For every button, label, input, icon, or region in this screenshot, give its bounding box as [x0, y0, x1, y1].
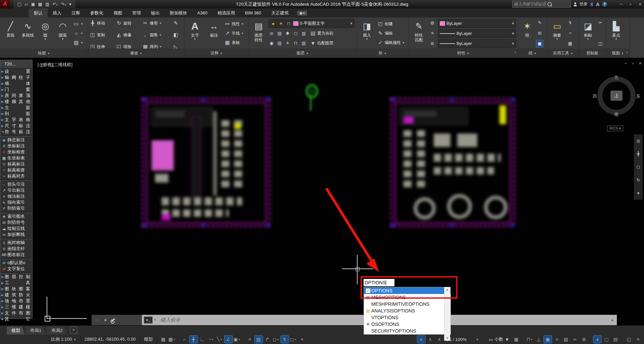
- cmd-close-button[interactable]: ×: [104, 317, 107, 323]
- palette-item-图层控制[interactable]: ▶图层控制: [0, 274, 32, 280]
- chevron-right-icon[interactable]: ▶: [1, 275, 5, 279]
- quick-select-icon[interactable]: ↯: [567, 19, 574, 26]
- autosnap-icon[interactable]: ∠: [224, 336, 232, 343]
- lineweight-list-icon[interactable]: ≡: [429, 30, 436, 37]
- base-point-button[interactable]: ▙基点▼: [608, 18, 625, 48]
- quick-calc-icon[interactable]: ▦: [567, 40, 574, 47]
- compass-south[interactable]: 南: [614, 111, 619, 117]
- palette-item-尺寸标注[interactable]: ▶尺寸标注: [0, 123, 32, 129]
- tab-默认[interactable]: 默认: [29, 8, 48, 17]
- transparency-display-icon[interactable]: ▨: [562, 336, 570, 343]
- palette-item-场地布置[interactable]: ▶场地布置: [0, 298, 32, 304]
- palette-item-箭头引注[interactable]: ←箭头引注: [0, 181, 32, 187]
- annotate-表格-button[interactable]: ▦表格: [224, 38, 244, 47]
- minimize-button[interactable]: −: [620, 2, 623, 7]
- annotation-visibility-icon[interactable]: ◬: [535, 336, 543, 343]
- chevron-right-icon[interactable]: ▶: [1, 76, 5, 79]
- ortho-icon[interactable]: ∟: [198, 336, 206, 343]
- layer-tool-icon-0-4[interactable]: ⊘: [268, 31, 275, 36]
- help-icon[interactable]: ?: [602, 2, 607, 7]
- scale-control[interactable]: 比例 1:100▼: [47, 335, 80, 344]
- linetype-combo[interactable]: ByLayer▼: [438, 39, 516, 48]
- palette-item-o默认层o[interactable]: ⊘o默认层o: [0, 260, 32, 266]
- suggestion-OPTIONS[interactable]: ✓OPTIONS: [364, 287, 450, 294]
- transparency-icon[interactable]: ≡: [246, 336, 254, 343]
- layer-color-swatch[interactable]: [293, 21, 299, 26]
- suggestion-SECURITYOPTIONS[interactable]: SECURITYOPTIONS: [364, 328, 450, 334]
- block-编辑-button[interactable]: ✎编辑: [377, 29, 405, 38]
- drawing-canvas[interactable]: [-][俯视][二维线框] − ▫ ×: [0, 58, 644, 344]
- command-line-bar[interactable]: ∷∷ × ▸_ ▼ 键入命令 ▸: [92, 315, 617, 325]
- panel-footer-view[interactable]: 视图▼↘: [606, 49, 630, 58]
- palette-item-立面[interactable]: ▶立面: [0, 105, 32, 111]
- palette-item-其它[interactable]: ▶其它: [0, 316, 32, 322]
- palette-item-剖切符号[interactable]: ⊟剖切符号: [0, 219, 32, 226]
- palette-item-剖切索引[interactable]: ↱剖切索引: [0, 205, 32, 211]
- palette-item-工具[interactable]: ▶工具: [0, 280, 32, 286]
- pan-icon[interactable]: ╋: [637, 151, 640, 156]
- match-properties-button[interactable]: ✎特性匹配: [411, 18, 427, 48]
- graphics-performance-icon[interactable]: ◕: [593, 336, 601, 343]
- draw-直线-button[interactable]: ╱直线: [2, 18, 19, 48]
- gizmo-icon[interactable]: ≣: [580, 336, 588, 343]
- tab-输出[interactable]: 输出: [146, 8, 165, 17]
- chevron-right-icon[interactable]: ▶: [1, 299, 5, 303]
- isolate-objects-icon[interactable]: ⊓▼: [526, 336, 534, 343]
- layer-select-combo[interactable]: ● ☀ ⊓ 0-平面图文字 ▼: [268, 19, 355, 28]
- layer-tool-icon-1-1[interactable]: ⊓: [292, 41, 299, 46]
- open-file-icon[interactable]: ▱: [24, 2, 28, 7]
- navigation-bar[interactable]: ◎ ╋ ◻ ↻ ▾: [634, 134, 643, 200]
- layer-on-icon[interactable]: ●: [270, 21, 276, 26]
- dynamic-ucs-icon[interactable]: ↯: [281, 336, 289, 343]
- chevron-right-icon[interactable]: ▶: [1, 317, 5, 321]
- chevron-right-icon[interactable]: ▶: [1, 281, 5, 285]
- monitor-check-icon[interactable]: ▢: [602, 336, 610, 343]
- customize-icon[interactable]: ≡: [634, 336, 642, 343]
- draw-圆弧-button[interactable]: ◠圆弧▼: [54, 18, 71, 48]
- point-icon[interactable]: +: [567, 30, 574, 37]
- lineweight-display-icon[interactable]: ≡: [553, 336, 561, 343]
- tab-精选应用[interactable]: 精选应用: [212, 8, 240, 17]
- new-file-icon[interactable]: ▢: [17, 2, 21, 7]
- palette-item-墙体[interactable]: ▶墙体: [0, 81, 32, 87]
- panel-footer-modify[interactable]: 修改▼: [88, 49, 184, 58]
- draw-圆-button[interactable]: ◎圆▼: [37, 18, 54, 48]
- layer-tool-icon-0-2[interactable]: ✱: [284, 31, 291, 36]
- palette-item-绘制云线[interactable]: ☁绘制云线: [0, 226, 32, 232]
- erase-brush-button[interactable]: ✎: [173, 19, 183, 28]
- layer-tool-icon-0-1[interactable]: ◻: [292, 31, 299, 36]
- layer-tool-icon-0-0[interactable]: ▥: [301, 31, 307, 36]
- doc-restore-button[interactable]: ▫: [632, 61, 634, 66]
- workspace-icon[interactable]: ◻▼: [289, 336, 298, 343]
- restore-button[interactable]: ▫: [630, 2, 632, 7]
- palette-item-标高对齐[interactable]: ≈标高对齐: [0, 173, 32, 179]
- palette-item-画指北针[interactable]: ⊙画指北针: [0, 246, 32, 252]
- tab-参数化[interactable]: 参数化: [85, 8, 108, 17]
- layer-tool-icon-1-0[interactable]: ▥: [301, 41, 307, 46]
- palette-item-标高检查[interactable]: ▽标高检查: [0, 167, 32, 173]
- palette-item-剖面[interactable]: ▶剖面: [0, 111, 32, 117]
- chevron-right-icon[interactable]: ▶: [1, 118, 5, 121]
- chevron-right-icon[interactable]: ▶: [1, 94, 5, 97]
- cmd-recent-caret[interactable]: ▼: [154, 318, 156, 322]
- modify-镜像-button[interactable]: ◭镜像: [116, 31, 139, 39]
- isodraft-icon[interactable]: ╲▼: [216, 336, 224, 343]
- annotate-引线-button[interactable]: ↗引线▼: [224, 29, 244, 38]
- command-input[interactable]: 键入命令: [160, 317, 180, 323]
- signin-button[interactable]: 登录: [580, 1, 588, 7]
- block-创建-button[interactable]: ◰创建: [377, 19, 405, 28]
- print-icon[interactable]: ▥: [45, 2, 49, 7]
- layout-tab-布局2[interactable]: 布局2: [47, 327, 67, 335]
- palette-item-文字复位[interactable]: ⇄文字复位: [0, 266, 32, 272]
- ellipse-button[interactable]: ○▼: [73, 29, 83, 38]
- osnap-icon[interactable]: ▣▼: [233, 336, 241, 343]
- palette-item-建筑防火[interactable]: ▶建筑防火: [0, 292, 32, 298]
- undo-icon[interactable]: ↶▾: [52, 2, 58, 7]
- linetype-list-icon[interactable]: ≣: [429, 40, 436, 47]
- panel-footer-draw[interactable]: 绘图▼: [0, 49, 88, 58]
- palette-item-索引图名[interactable]: ⊕索引图名: [0, 213, 32, 219]
- search-icon[interactable]: [547, 2, 552, 6]
- color-wheel-icon[interactable]: ◍: [429, 19, 436, 26]
- chevron-down-icon[interactable]: ▼: [1, 130, 5, 134]
- chevron-right-icon[interactable]: ▶: [1, 82, 5, 85]
